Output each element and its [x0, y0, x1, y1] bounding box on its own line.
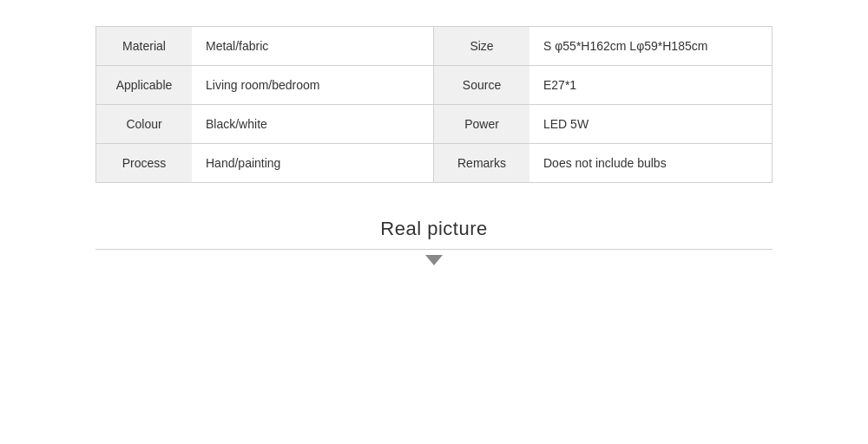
label-process: Process	[96, 144, 192, 182]
value-power: LED 5W	[529, 105, 772, 144]
section-title: Real picture	[380, 218, 487, 240]
label-power: Power	[434, 105, 529, 144]
value-size: S φ55*H162cm Lφ59*H185cm	[529, 27, 772, 66]
divider	[95, 249, 773, 265]
right-specs: Size S φ55*H162cm Lφ59*H185cm Source E27…	[434, 27, 772, 182]
chevron-down-icon	[425, 255, 443, 265]
label-colour: Colour	[96, 105, 192, 144]
label-source: Source	[434, 66, 529, 105]
value-material: Metal/fabric	[192, 27, 433, 66]
value-colour: Black/white	[192, 105, 433, 144]
value-process: Hand/painting	[192, 144, 433, 182]
value-remarks: Does not include bulbs	[529, 144, 772, 182]
value-applicable: Living room/bedroom	[192, 66, 433, 105]
left-specs: Material Metal/fabric Applicable Living …	[96, 27, 434, 182]
divider-line	[95, 249, 773, 250]
label-applicable: Applicable	[96, 66, 192, 105]
specs-table: Material Metal/fabric Applicable Living …	[95, 26, 773, 183]
value-source: E27*1	[529, 66, 772, 105]
label-size: Size	[434, 27, 529, 66]
label-remarks: Remarks	[434, 144, 529, 182]
label-material: Material	[96, 27, 192, 66]
